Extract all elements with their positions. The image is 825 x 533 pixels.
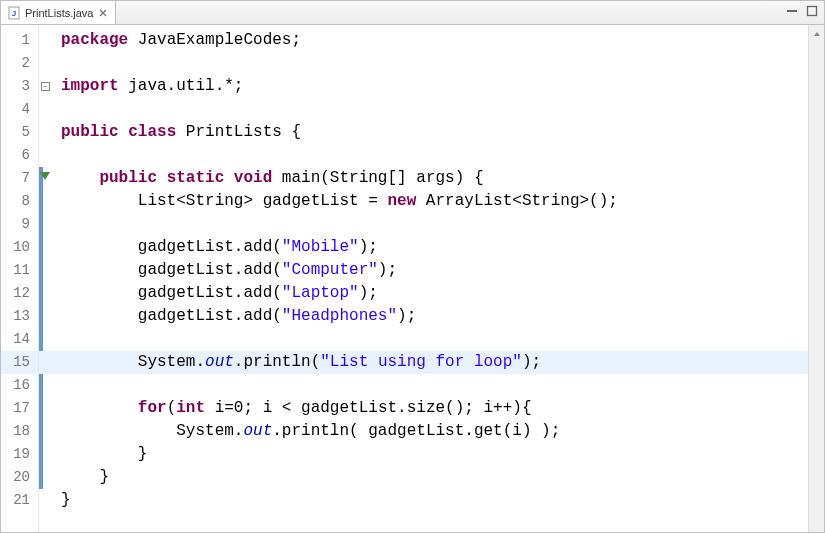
line-number[interactable]: 14 bbox=[1, 328, 38, 351]
line-number[interactable]: 11 bbox=[1, 259, 38, 282]
code-line[interactable] bbox=[55, 144, 808, 167]
marker-cell: − bbox=[39, 75, 55, 98]
marker-cell bbox=[39, 213, 55, 236]
editor-tab[interactable]: J PrintLists.java bbox=[1, 1, 116, 24]
svg-rect-3 bbox=[808, 7, 817, 16]
close-tab-icon[interactable] bbox=[97, 7, 109, 19]
marker-cell bbox=[39, 374, 55, 397]
marker-cell bbox=[39, 328, 55, 351]
minimize-icon[interactable] bbox=[784, 3, 800, 19]
svg-text:J: J bbox=[12, 9, 16, 18]
java-file-icon: J bbox=[7, 6, 21, 20]
line-number[interactable]: 19 bbox=[1, 443, 38, 466]
marker-cell bbox=[39, 144, 55, 167]
code-line[interactable]: public class PrintLists { bbox=[55, 121, 808, 144]
marker-cell bbox=[39, 397, 55, 420]
marker-cell bbox=[39, 236, 55, 259]
line-number[interactable]: 20 bbox=[1, 466, 38, 489]
code-line[interactable]: gadgetList.add("Headphones"); bbox=[55, 305, 808, 328]
line-number[interactable]: 13 bbox=[1, 305, 38, 328]
tab-bar: J PrintLists.java bbox=[1, 1, 824, 25]
code-area[interactable]: package JavaExampleCodes;import java.uti… bbox=[55, 25, 808, 532]
line-number[interactable]: 10 bbox=[1, 236, 38, 259]
line-number[interactable]: 1 bbox=[1, 29, 38, 52]
marker-cell bbox=[39, 305, 55, 328]
override-indicator-icon[interactable] bbox=[40, 172, 50, 180]
window-controls bbox=[784, 3, 820, 19]
code-line[interactable]: for(int i=0; i < gadgetList.size(); i++)… bbox=[55, 397, 808, 420]
fold-toggle-icon[interactable]: − bbox=[41, 82, 50, 91]
marker-cell bbox=[39, 443, 55, 466]
line-number-gutter[interactable]: 123456789101112131415161718192021 bbox=[1, 25, 39, 532]
marker-cell bbox=[39, 466, 55, 489]
code-line[interactable]: System.out.println( gadgetList.get(i) ); bbox=[55, 420, 808, 443]
line-number[interactable]: 3 bbox=[1, 75, 38, 98]
line-number[interactable]: 6 bbox=[1, 144, 38, 167]
marker-cell bbox=[39, 52, 55, 75]
line-number[interactable]: 8 bbox=[1, 190, 38, 213]
line-number[interactable]: 9 bbox=[1, 213, 38, 236]
code-line[interactable]: gadgetList.add("Mobile"); bbox=[55, 236, 808, 259]
marker-cell bbox=[39, 351, 55, 374]
line-number[interactable]: 15 bbox=[1, 351, 38, 374]
code-line[interactable] bbox=[55, 374, 808, 397]
code-line[interactable]: package JavaExampleCodes; bbox=[55, 29, 808, 52]
marker-cell bbox=[39, 282, 55, 305]
maximize-icon[interactable] bbox=[804, 3, 820, 19]
code-line[interactable]: System.out.println("List using for loop"… bbox=[55, 351, 808, 374]
line-number[interactable]: 2 bbox=[1, 52, 38, 75]
svg-rect-2 bbox=[787, 10, 797, 12]
marker-cell bbox=[39, 98, 55, 121]
code-line[interactable]: } bbox=[55, 489, 808, 512]
line-number[interactable]: 21 bbox=[1, 489, 38, 512]
line-number[interactable]: 4 bbox=[1, 98, 38, 121]
code-line[interactable]: gadgetList.add("Laptop"); bbox=[55, 282, 808, 305]
marker-cell bbox=[39, 190, 55, 213]
tab-filename: PrintLists.java bbox=[25, 7, 93, 19]
code-line[interactable] bbox=[55, 52, 808, 75]
code-line[interactable] bbox=[55, 98, 808, 121]
line-number[interactable]: 16 bbox=[1, 374, 38, 397]
code-line[interactable] bbox=[55, 328, 808, 351]
scroll-up-icon[interactable] bbox=[811, 27, 822, 41]
code-line[interactable]: import java.util.*; bbox=[55, 75, 808, 98]
marker-cell bbox=[39, 259, 55, 282]
marker-strip[interactable]: − bbox=[39, 25, 55, 532]
code-line[interactable]: gadgetList.add("Computer"); bbox=[55, 259, 808, 282]
marker-cell bbox=[39, 121, 55, 144]
code-line[interactable]: List<String> gadgetList = new ArrayList<… bbox=[55, 190, 808, 213]
marker-cell bbox=[39, 420, 55, 443]
code-line[interactable]: public static void main(String[] args) { bbox=[55, 167, 808, 190]
line-number[interactable]: 7 bbox=[1, 167, 38, 190]
line-number[interactable]: 18 bbox=[1, 420, 38, 443]
code-line[interactable] bbox=[55, 213, 808, 236]
code-editor[interactable]: 123456789101112131415161718192021 − pack… bbox=[1, 25, 824, 532]
code-line[interactable]: } bbox=[55, 443, 808, 466]
line-number[interactable]: 12 bbox=[1, 282, 38, 305]
vertical-scrollbar[interactable] bbox=[808, 25, 824, 532]
marker-cell bbox=[39, 167, 55, 190]
line-number[interactable]: 17 bbox=[1, 397, 38, 420]
code-line[interactable]: } bbox=[55, 466, 808, 489]
marker-cell bbox=[39, 489, 55, 512]
marker-cell bbox=[39, 29, 55, 52]
line-number[interactable]: 5 bbox=[1, 121, 38, 144]
